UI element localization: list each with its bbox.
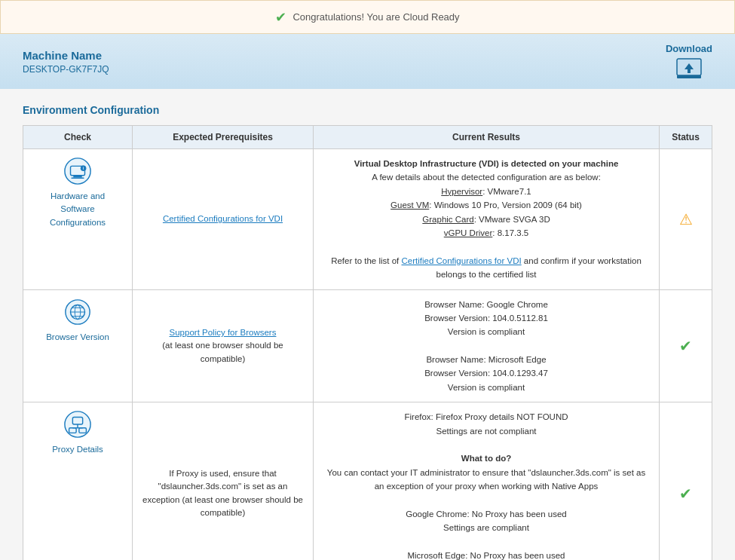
- expected-hardware: Certified Configurations for VDI: [133, 149, 314, 290]
- svg-text:i: i: [83, 167, 84, 170]
- browser-version-icon: [63, 298, 92, 326]
- col-header-check: Check: [23, 126, 133, 149]
- banner-text: Congratulations! You are Cloud Ready: [292, 11, 459, 23]
- ok-icon: ✔: [679, 485, 692, 502]
- download-button[interactable]: Download: [666, 43, 712, 80]
- hardware-link[interactable]: Certified Configurations for VDI: [163, 214, 283, 223]
- section-title: Environment Configuration: [23, 104, 712, 116]
- results-hardware: Virtual Desktop Infrastructure (VDI) is …: [314, 149, 660, 290]
- vdi-link[interactable]: Certified Configurations for VDI: [402, 256, 522, 265]
- table-row: Proxy Details If Proxy is used, ensure t…: [23, 402, 712, 560]
- status-browser: ✔: [660, 289, 712, 402]
- machine-name-label: Machine Name: [23, 49, 109, 62]
- check-cell-proxy: Proxy Details: [23, 402, 133, 560]
- check-cell-hardware: i Hardware and SoftwareConfigurations: [23, 149, 133, 290]
- svg-rect-6: [71, 178, 84, 179]
- status-proxy: ✔: [660, 402, 712, 560]
- svg-point-3: [65, 158, 90, 184]
- svg-rect-5: [73, 176, 81, 178]
- hardware-label: Hardware and SoftwareConfigurations: [32, 190, 123, 229]
- expected-browser: Support Policy for Browsers (at least on…: [133, 289, 314, 402]
- col-header-status: Status: [660, 126, 712, 149]
- col-header-expected: Expected Prerequisites: [133, 126, 314, 149]
- check-icon: ✔: [275, 9, 286, 26]
- table-row: i Hardware and SoftwareConfigurations Ce…: [23, 149, 712, 290]
- browser-sub: (at least one browser should be compatib…: [162, 341, 283, 363]
- success-banner: ✔ Congratulations! You are Cloud Ready: [0, 0, 735, 34]
- proxy-label: Proxy Details: [52, 443, 103, 456]
- status-hardware: ⚠: [660, 149, 712, 290]
- proxy-expected-text: If Proxy is used, ensure that "dslaunche…: [142, 469, 303, 517]
- results-proxy: Firefox: Firefox Proxy details NOT FOUND…: [314, 402, 660, 560]
- ok-icon: ✔: [679, 338, 692, 354]
- machine-header: Machine Name DESKTOP-GK7F7JQ Download: [0, 34, 735, 89]
- browser-link[interactable]: Support Policy for Browsers: [170, 328, 277, 337]
- download-icon: [675, 57, 703, 80]
- svg-rect-1: [677, 75, 701, 78]
- download-label: Download: [666, 43, 712, 54]
- proxy-icon: [63, 410, 92, 439]
- check-cell-browser: Browser Version: [23, 289, 133, 402]
- config-table: Check Expected Prerequisites Current Res…: [23, 125, 712, 560]
- table-row: Browser Version Support Policy for Brows…: [23, 289, 712, 402]
- main-content: Environment Configuration Check Expected…: [0, 89, 735, 560]
- col-header-results: Current Results: [314, 126, 660, 149]
- expected-proxy: If Proxy is used, ensure that "dslaunche…: [133, 402, 314, 560]
- hardware-icon: i: [63, 157, 92, 185]
- machine-name-value: DESKTOP-GK7F7JQ: [23, 64, 109, 75]
- machine-info: Machine Name DESKTOP-GK7F7JQ: [23, 49, 109, 75]
- warning-icon: ⚠: [679, 211, 693, 228]
- results-browser: Browser Name: Google Chrome Browser Vers…: [314, 289, 660, 402]
- browser-version-label: Browser Version: [46, 331, 109, 344]
